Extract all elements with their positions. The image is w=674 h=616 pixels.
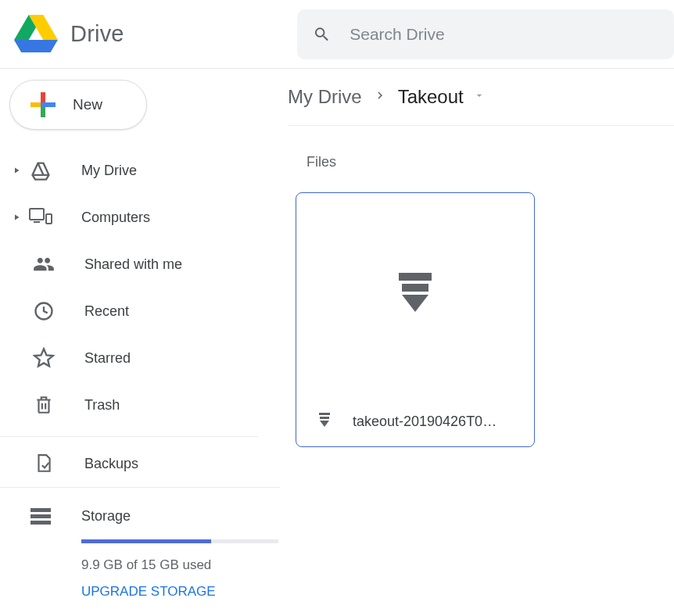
file-footer: takeout-20190426T0… xyxy=(296,396,534,446)
file-preview xyxy=(296,193,534,396)
svg-rect-7 xyxy=(46,214,52,224)
storage-bar xyxy=(81,539,278,543)
sidebar-item-computers[interactable]: Computers xyxy=(0,194,280,241)
svg-rect-3 xyxy=(45,102,56,107)
svg-rect-6 xyxy=(34,221,40,223)
storage-bar-fill xyxy=(81,539,211,543)
sidebar-item-my-drive[interactable]: My Drive xyxy=(0,147,280,194)
sidebar-item-storage[interactable]: Storage xyxy=(28,507,280,525)
sidebar-item-label: Backups xyxy=(84,456,138,472)
nav-list: My Drive Computers Shared with me xyxy=(0,147,280,428)
logo-area[interactable]: Drive xyxy=(0,15,297,54)
svg-rect-2 xyxy=(30,102,41,107)
sidebar-item-label: Computers xyxy=(81,210,150,226)
breadcrumb-current[interactable]: Takeout xyxy=(398,86,464,108)
sidebar-item-backups[interactable]: Backups xyxy=(0,440,280,487)
breadcrumb-dropdown-icon[interactable] xyxy=(473,89,486,105)
file-name: takeout-20190426T0… xyxy=(353,414,497,430)
breadcrumb-root[interactable]: My Drive xyxy=(288,86,362,108)
svg-rect-13 xyxy=(402,284,428,292)
archive-mini-icon xyxy=(318,412,331,431)
trash-icon xyxy=(31,394,56,416)
expand-arrow-icon[interactable] xyxy=(8,166,25,175)
divider xyxy=(0,436,258,437)
svg-rect-1 xyxy=(41,106,45,117)
storage-used-text: 9.9 GB of 15 GB used xyxy=(81,557,280,573)
main: New My Drive Computers xyxy=(0,69,674,616)
sidebar-item-starred[interactable]: Starred xyxy=(0,335,280,381)
svg-rect-0 xyxy=(41,92,45,103)
computers-icon xyxy=(28,207,53,227)
svg-rect-10 xyxy=(30,514,51,518)
sidebar-item-recent[interactable]: Recent xyxy=(0,288,280,335)
nav-list-secondary: Backups xyxy=(0,440,280,487)
archive-download-icon xyxy=(396,271,435,318)
storage-label: Storage xyxy=(81,508,131,525)
svg-rect-9 xyxy=(30,508,51,512)
drive-logo-icon xyxy=(14,15,58,54)
section-label-files: Files xyxy=(307,154,674,170)
star-icon xyxy=(31,347,56,369)
svg-rect-12 xyxy=(399,273,432,281)
svg-rect-11 xyxy=(30,521,51,525)
upgrade-storage-link[interactable]: UPGRADE STORAGE xyxy=(81,584,280,600)
file-card[interactable]: takeout-20190426T0… xyxy=(296,192,535,447)
shared-icon xyxy=(31,253,56,275)
svg-rect-15 xyxy=(320,417,329,419)
svg-rect-4 xyxy=(41,102,45,107)
app-title: Drive xyxy=(70,21,124,47)
new-button-label: New xyxy=(73,96,102,113)
sidebar-item-label: Recent xyxy=(84,303,129,320)
file-grid: takeout-20190426T0… xyxy=(296,192,674,447)
sidebar-item-shared[interactable]: Shared with me xyxy=(0,241,280,288)
storage-icon xyxy=(28,507,53,525)
header: Drive xyxy=(0,0,674,69)
search-icon xyxy=(313,24,331,45)
backups-icon xyxy=(31,453,56,475)
sidebar-item-label: Trash xyxy=(84,397,120,414)
chevron-right-icon xyxy=(373,88,387,106)
sidebar-item-trash[interactable]: Trash xyxy=(0,381,280,428)
sidebar-item-label: Starred xyxy=(84,350,131,367)
storage-section: Storage 9.9 GB of 15 GB used UPGRADE STO… xyxy=(0,488,280,600)
my-drive-icon xyxy=(28,159,53,181)
plus-icon xyxy=(29,91,57,119)
svg-rect-5 xyxy=(30,209,44,220)
sidebar-item-label: Shared with me xyxy=(84,256,182,273)
content-area: My Drive Takeout Files xyxy=(280,69,674,616)
new-button[interactable]: New xyxy=(9,80,147,130)
sidebar-item-label: My Drive xyxy=(81,163,137,179)
breadcrumb: My Drive Takeout xyxy=(288,86,674,126)
recent-icon xyxy=(31,300,56,322)
sidebar: New My Drive Computers xyxy=(0,69,280,616)
search-bar[interactable] xyxy=(297,9,674,59)
expand-arrow-icon[interactable] xyxy=(8,213,25,222)
svg-rect-14 xyxy=(319,413,330,415)
search-input[interactable] xyxy=(350,25,658,44)
